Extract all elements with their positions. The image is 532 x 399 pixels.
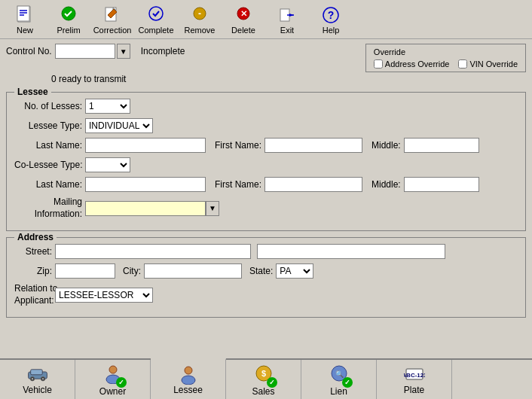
delete-icon: ✕ <box>233 5 254 26</box>
last-name-input[interactable]: SMITH <box>85 138 206 153</box>
zip-input[interactable]: 19111- <box>55 263 115 279</box>
transmit-text: 0 ready to transmit <box>51 74 126 84</box>
address-override-check[interactable]: Address Override <box>374 59 450 69</box>
co-lessee-type-label: Co-Lessee Type: <box>14 160 82 170</box>
tab-lien-label: Lien <box>330 386 347 397</box>
co-last-name-input[interactable] <box>85 177 206 192</box>
lessee-name-row: Last Name: SMITH First Name: JOHN Middle… <box>14 138 518 153</box>
state-select[interactable]: PA NJ NY DE <box>276 263 313 279</box>
svg-text:-: - <box>198 8 201 19</box>
mailing-input[interactable] <box>85 201 206 216</box>
relation-row: Relation toApplicant: LESSEE-LESSOR OWNE… <box>14 283 518 306</box>
exit-button[interactable]: Exit <box>265 2 309 37</box>
correction-icon <box>102 5 123 26</box>
lessee-section: Lessee No. of Lesses: 1 2 3 Lessee Type:… <box>6 92 526 231</box>
prelim-icon <box>58 5 79 26</box>
override-title: Override <box>374 47 405 56</box>
control-no-dropdown[interactable]: ▼ <box>117 44 130 59</box>
new-label: New <box>17 26 33 35</box>
prelim-label: Prelim <box>57 26 80 35</box>
tab-plate-label: Plate <box>404 385 424 395</box>
street2-input[interactable] <box>257 244 445 259</box>
tab-vehicle-label: Vehicle <box>23 385 52 395</box>
remove-icon: - <box>189 5 210 26</box>
zip-label: Zip: <box>14 266 52 276</box>
svg-point-24 <box>185 367 192 374</box>
city-label: City: <box>123 266 141 276</box>
main-content: Control No. LPQA1X08 ▼ Incomplete Overri… <box>0 39 532 399</box>
complete-icon <box>145 5 167 26</box>
co-middle-input[interactable] <box>404 177 479 192</box>
tab-sales-label: Sales <box>252 386 274 397</box>
tab-owner-label: Owner <box>99 386 126 397</box>
control-no-input[interactable]: LPQA1X08 <box>55 44 115 59</box>
co-last-name-label: Last Name: <box>14 179 82 190</box>
plate-icon: ABC-123 <box>404 364 425 385</box>
street-label: Street: <box>14 246 52 257</box>
remove-button[interactable]: - Remove <box>178 2 222 37</box>
no-of-lessees-row: No. of Lesses: 1 2 3 <box>14 99 518 114</box>
toolbar: New Prelim Correction Complete - Remove <box>0 0 532 39</box>
exit-icon <box>277 5 298 26</box>
tab-lessee[interactable]: Lessee <box>151 358 226 399</box>
tab-owner[interactable]: ✓ Owner <box>75 360 151 399</box>
correction-label: Correction <box>93 26 132 35</box>
mailing-dropdown[interactable]: ▼ <box>206 201 219 216</box>
co-lessee-name-row: Last Name: First Name: Middle: <box>14 177 518 192</box>
tab-bar: Vehicle ✓ Owner Lessee $ <box>0 358 532 399</box>
svg-rect-1 <box>17 6 29 21</box>
co-first-name-label: First Name: <box>215 179 261 190</box>
no-of-lessees-select[interactable]: 1 2 3 <box>85 99 130 114</box>
help-button[interactable]: ? Help <box>309 2 353 37</box>
zip-city-state-row: Zip: 19111- City: PHILADELPHIA State: PA… <box>14 263 518 279</box>
last-name-label: Last Name: <box>14 140 82 151</box>
control-no-field[interactable]: LPQA1X08 ▼ <box>55 44 130 59</box>
first-name-input[interactable]: JOHN <box>264 138 362 153</box>
co-lessee-type-select[interactable]: INDIVIDUAL BUSINESS <box>85 157 130 172</box>
address-section: Address Street: 23 FLOWER ST Zip: 19111-… <box>6 237 526 318</box>
svg-text:ABC-123: ABC-123 <box>404 372 425 379</box>
vehicle-icon <box>27 364 48 385</box>
tab-plate[interactable]: ABC-123 Plate <box>377 360 452 399</box>
address-section-title: Address <box>14 232 57 242</box>
lessee-section-title: Lessee <box>14 87 51 97</box>
middle-label: Middle: <box>371 140 401 151</box>
street-input[interactable]: 23 FLOWER ST <box>55 244 251 259</box>
delete-button[interactable]: ✕ Delete <box>222 2 265 37</box>
lessee-type-select[interactable]: INDIVIDUAL BUSINESS OTHER <box>85 118 153 133</box>
prelim-button[interactable]: Prelim <box>47 2 90 37</box>
no-of-lessees-label: No. of Lesses: <box>14 101 82 111</box>
tab-lessee-label: Lessee <box>173 385 203 395</box>
middle-input[interactable] <box>404 138 479 153</box>
new-icon <box>14 5 35 26</box>
city-input[interactable]: PHILADELPHIA <box>144 263 242 279</box>
vin-override-checkbox[interactable] <box>458 59 467 69</box>
tab-vehicle[interactable]: Vehicle <box>0 360 75 399</box>
complete-label: Complete <box>138 26 173 35</box>
co-first-name-input[interactable] <box>264 177 362 192</box>
delete-label: Delete <box>231 26 255 35</box>
mailing-row: MailingInformation: ▼ <box>14 196 518 220</box>
tab-lien[interactable]: 🔍 ✓ Lien <box>301 360 377 399</box>
co-middle-label: Middle: <box>371 179 401 190</box>
vin-override-check[interactable]: VIN Override <box>458 59 518 69</box>
svg-point-7 <box>149 7 163 20</box>
svg-point-22 <box>109 366 117 373</box>
complete-button[interactable]: Complete <box>134 2 178 37</box>
lessee-type-label: Lessee Type: <box>14 120 82 131</box>
svg-point-19 <box>31 378 32 379</box>
correction-button[interactable]: Correction <box>90 2 134 37</box>
svg-text:$: $ <box>261 369 265 378</box>
svg-text:✕: ✕ <box>240 9 247 18</box>
state-label: State: <box>249 266 273 276</box>
svg-rect-17 <box>30 370 42 375</box>
override-box: Override Address Override VIN Override <box>365 44 526 72</box>
tab-sales[interactable]: $ ✓ Sales <box>226 360 301 399</box>
address-override-checkbox[interactable] <box>374 59 383 69</box>
new-button[interactable]: New <box>3 2 47 37</box>
co-lessee-type-row: Co-Lessee Type: INDIVIDUAL BUSINESS <box>14 157 518 172</box>
mailing-label: MailingInformation: <box>14 196 82 220</box>
relation-select[interactable]: LESSEE-LESSOR OWNER OTHER <box>55 288 153 303</box>
lessee-icon <box>178 364 199 385</box>
status-text: Incomplete <box>141 46 185 56</box>
